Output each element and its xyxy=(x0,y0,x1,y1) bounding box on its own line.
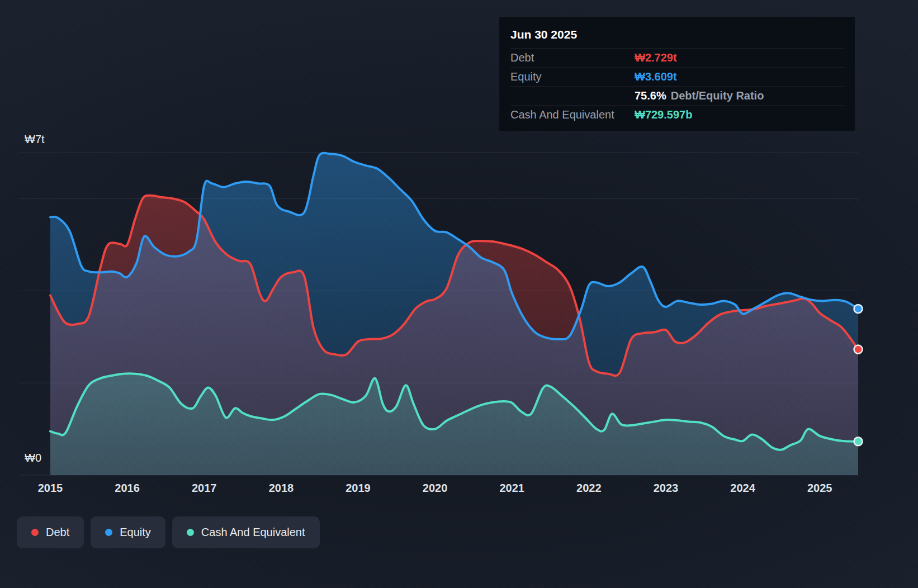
tooltip-ratio: 75.6%Debt/Equity Ratio xyxy=(635,89,844,102)
chart-page: 2015201620172018201920202021202220232024… xyxy=(0,0,918,588)
end-marker-cash-and-equivalent xyxy=(854,437,863,445)
tooltip-date: Jun 30 2025 xyxy=(510,22,844,48)
tooltip-debt-label: Debt xyxy=(510,51,635,64)
cash-color-dot xyxy=(187,529,194,536)
x-axis-label-2024: 2024 xyxy=(730,482,755,494)
legend-item-equity[interactable]: Equity xyxy=(91,516,165,548)
chart-legend: Debt Equity Cash And Equivalent xyxy=(17,516,320,548)
x-axis-label-2023: 2023 xyxy=(654,482,679,494)
end-marker-equity xyxy=(854,305,863,313)
tooltip-ratio-label: Debt/Equity Ratio xyxy=(671,89,764,102)
x-axis-label-2017: 2017 xyxy=(192,482,217,494)
x-axis-label-2019: 2019 xyxy=(346,482,371,494)
tooltip-equity-label: Equity xyxy=(510,70,635,83)
y-axis-label-bottom: ₩0 xyxy=(25,452,41,464)
tooltip-row-cash: Cash And Equivalent ₩729.597b xyxy=(510,105,844,124)
tooltip-row-ratio: 75.6%Debt/Equity Ratio xyxy=(510,86,844,105)
tooltip-equity-value: ₩3.609t xyxy=(635,70,844,83)
debt-color-dot xyxy=(31,529,39,536)
legend-debt-label: Debt xyxy=(46,526,69,539)
x-axis-label-2015: 2015 xyxy=(38,482,63,494)
legend-item-cash[interactable]: Cash And Equivalent xyxy=(172,516,320,548)
x-axis-label-2025: 2025 xyxy=(807,482,832,494)
x-axis-label-2022: 2022 xyxy=(576,482,602,494)
tooltip-cash-value: ₩729.597b xyxy=(635,108,844,121)
tooltip-cash-label: Cash And Equivalent xyxy=(510,108,635,121)
tooltip-row-debt: Debt ₩2.729t xyxy=(510,48,844,67)
legend-equity-label: Equity xyxy=(120,526,151,539)
x-axis-label-2021: 2021 xyxy=(499,482,524,494)
tooltip-debt-value: ₩2.729t xyxy=(635,51,844,64)
tooltip-row-equity: Equity ₩3.609t xyxy=(510,67,844,86)
legend-cash-label: Cash And Equivalent xyxy=(201,526,305,539)
end-marker-debt xyxy=(854,345,863,354)
equity-color-dot xyxy=(105,529,112,536)
x-axis-label-2020: 2020 xyxy=(423,482,448,494)
x-axis-label-2016: 2016 xyxy=(115,482,140,494)
tooltip-ratio-value: 75.6% xyxy=(635,89,666,102)
x-axis-label-2018: 2018 xyxy=(269,482,294,494)
chart-tooltip: Jun 30 2025 Debt ₩2.729t Equity ₩3.609t … xyxy=(499,17,855,131)
legend-item-debt[interactable]: Debt xyxy=(17,516,84,548)
y-axis-label-top: ₩7t xyxy=(25,133,45,146)
